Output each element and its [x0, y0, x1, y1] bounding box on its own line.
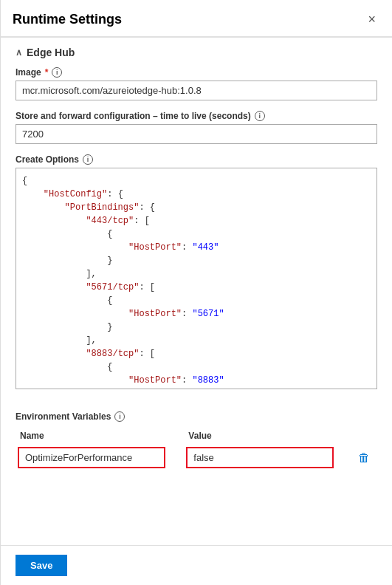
code-line: "HostPort": "5671": [22, 307, 371, 321]
create-options-editor[interactable]: { "HostConfig": { "PortBindings": { "443…: [16, 168, 377, 389]
code-line: }: [22, 254, 371, 267]
code-line: "443/tcp": [: [22, 214, 371, 228]
code-line: "PortBindings": {: [22, 201, 371, 214]
env-variables-section: Environment Variables i Name Value: [1, 400, 392, 471]
chevron-up-icon: ∧: [16, 47, 22, 58]
code-line: ],: [22, 267, 371, 281]
env-value-cell: [184, 444, 352, 471]
code-line: "HostPort": "8883": [22, 374, 371, 387]
code-line: "5671/tcp": [: [22, 281, 371, 294]
edge-hub-section-label: Edge Hub: [27, 47, 75, 58]
code-line: {: [22, 360, 371, 374]
code-line: "HostConfig": {: [22, 188, 371, 201]
panel-body: ∧ Edge Hub Image * i Store and forward c…: [1, 38, 392, 545]
store-forward-label-text: Store and forward configuration – time t…: [16, 111, 251, 121]
store-forward-label: Store and forward configuration – time t…: [16, 111, 377, 121]
env-value-input[interactable]: [186, 447, 334, 468]
env-table-body: 🗑: [16, 444, 377, 471]
panel-header: Runtime Settings ×: [1, 0, 392, 37]
panel-footer: Save: [1, 545, 392, 585]
env-variables-table: Name Value 🗑: [16, 428, 377, 471]
env-variables-label: Environment Variables i: [16, 411, 377, 422]
env-variables-info-icon[interactable]: i: [114, 411, 125, 422]
env-value-column-header: Value: [184, 428, 352, 444]
store-forward-input[interactable]: [16, 124, 377, 144]
create-options-label-text: Create Options: [16, 154, 79, 165]
env-table-header: Name Value: [16, 428, 377, 444]
edge-hub-section: ∧ Edge Hub Image * i Store and forward c…: [1, 38, 392, 389]
code-line: "HostPort": "443": [22, 241, 371, 254]
create-options-label: Create Options i: [16, 154, 377, 165]
env-variables-label-text: Environment Variables: [16, 411, 111, 422]
create-options-field-group: Create Options i { "HostConfig": { "Port…: [16, 154, 377, 389]
table-row: 🗑: [16, 444, 377, 471]
env-actions-column-header: [353, 428, 377, 444]
code-line: {: [22, 228, 371, 241]
image-info-icon[interactable]: i: [52, 67, 62, 78]
runtime-settings-panel: Runtime Settings × ∧ Edge Hub Image * i: [0, 0, 392, 585]
store-forward-info-icon[interactable]: i: [255, 111, 265, 121]
store-forward-field-group: Store and forward configuration – time t…: [16, 111, 377, 144]
code-line: "8883/tcp": [: [22, 347, 371, 360]
env-name-cell: [16, 444, 184, 471]
edge-hub-section-header[interactable]: ∧ Edge Hub: [16, 47, 377, 58]
image-field-group: Image * i: [16, 67, 377, 100]
code-line: {: [22, 294, 371, 307]
image-label-text: Image: [16, 67, 41, 78]
panel-title: Runtime Settings: [13, 12, 122, 27]
code-line: {: [22, 174, 371, 188]
env-table-header-row: Name Value: [16, 428, 377, 444]
image-input[interactable]: [16, 81, 377, 100]
required-star: *: [45, 67, 49, 78]
save-button[interactable]: Save: [16, 555, 67, 576]
env-delete-button[interactable]: 🗑: [355, 450, 373, 466]
code-line: }: [22, 321, 371, 334]
code-line: }: [22, 387, 371, 389]
env-name-column-header: Name: [16, 428, 184, 444]
close-button[interactable]: ×: [363, 10, 380, 29]
env-delete-cell: 🗑: [353, 444, 377, 471]
code-line: ],: [22, 334, 371, 347]
env-name-input[interactable]: [18, 447, 165, 468]
create-options-info-icon[interactable]: i: [83, 154, 93, 165]
image-field-label: Image * i: [16, 67, 377, 78]
